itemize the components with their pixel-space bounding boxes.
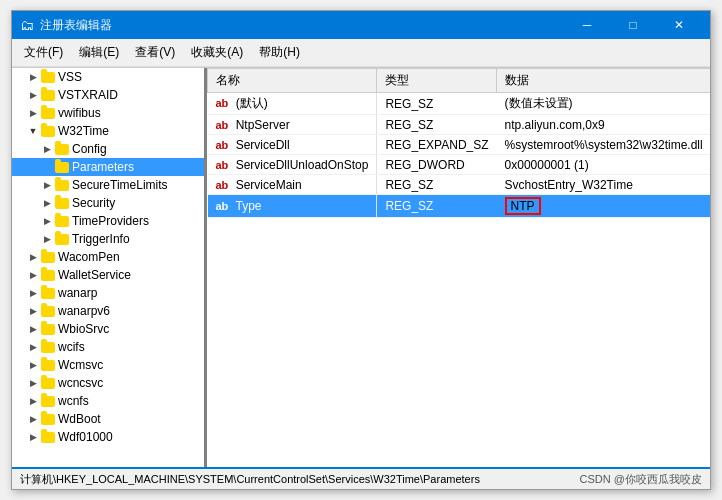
tree-arrow: ▶ [26, 414, 40, 424]
tree-arrow: ▶ [26, 324, 40, 334]
table-row[interactable]: ab (默认) REG_SZ (数值未设置) [208, 93, 711, 115]
col-type: 类型 [377, 69, 497, 93]
tree-label: Wdf01000 [58, 430, 113, 444]
tree-item-vss[interactable]: ▶ VSS [12, 68, 204, 86]
menu-bar: 文件(F) 编辑(E) 查看(V) 收藏夹(A) 帮助(H) [12, 39, 710, 67]
title-controls: ─ □ ✕ [564, 11, 702, 39]
tree-item-timeproviders[interactable]: ▶ TimeProviders [12, 212, 204, 230]
cell-name: ab (默认) [208, 93, 377, 115]
folder-icon [40, 357, 56, 373]
cell-type: REG_SZ [377, 195, 497, 218]
tree-label: W32Time [58, 124, 109, 138]
tree-label: wanarpv6 [58, 304, 110, 318]
folder-icon [40, 321, 56, 337]
tree-item-security[interactable]: ▶ Security [12, 194, 204, 212]
tree-item-vwifibus[interactable]: ▶ vwifibus [12, 104, 204, 122]
tree-arrow: ▶ [26, 72, 40, 82]
tree-item-vstxraid[interactable]: ▶ VSTXRAID [12, 86, 204, 104]
table-row-selected[interactable]: ab Type REG_SZ NTP [208, 195, 711, 218]
ab-icon: ab [216, 139, 229, 151]
tree-item-w32time[interactable]: ▼ W32Time [12, 122, 204, 140]
folder-icon [40, 87, 56, 103]
ab-icon: ab [216, 97, 229, 109]
folder-icon [40, 267, 56, 283]
tree-arrow: ▶ [40, 234, 54, 244]
folder-icon [40, 123, 56, 139]
tree-item-walletservice[interactable]: ▶ WalletService [12, 266, 204, 284]
tree-item-wcifs[interactable]: ▶ wcifs [12, 338, 204, 356]
cell-data: ntp.aliyun.com,0x9 [497, 115, 710, 135]
menu-file[interactable]: 文件(F) [16, 41, 71, 64]
menu-favorites[interactable]: 收藏夹(A) [183, 41, 251, 64]
tree-item-wanarp[interactable]: ▶ wanarp [12, 284, 204, 302]
menu-help[interactable]: 帮助(H) [251, 41, 308, 64]
tree-label: WbioSrvc [58, 322, 109, 336]
tree-label: wcifs [58, 340, 85, 354]
tree-item-wcncsvc[interactable]: ▶ wcncsvc [12, 374, 204, 392]
tree-arrow: ▶ [40, 198, 54, 208]
status-bar: 计算机\HKEY_LOCAL_MACHINE\SYSTEM\CurrentCon… [12, 467, 710, 489]
tree-label: VSS [58, 70, 82, 84]
table-row[interactable]: ab ServiceMain REG_SZ SvchostEntry_W32Ti… [208, 175, 711, 195]
tree-arrow: ▶ [26, 288, 40, 298]
tree-label: Parameters [72, 160, 134, 174]
tree-label: WacomPen [58, 250, 120, 264]
table-row[interactable]: ab ServiceDllUnloadOnStop REG_DWORD 0x00… [208, 155, 711, 175]
tree-label: wcnfs [58, 394, 89, 408]
right-panel: 名称 类型 数据 ab (默认) REG_SZ (数值未设置) [207, 68, 710, 467]
maximize-button[interactable]: □ [610, 11, 656, 39]
status-brand: CSDN @你咬西瓜我咬皮 [580, 472, 702, 487]
cell-name: ab ServiceDll [208, 135, 377, 155]
minimize-button[interactable]: ─ [564, 11, 610, 39]
tree-label: wanarp [58, 286, 97, 300]
folder-icon [54, 141, 70, 157]
cell-type: REG_SZ [377, 115, 497, 135]
cell-data: %systemroot%\system32\w32time.dll [497, 135, 710, 155]
tree-item-wbiosrvc[interactable]: ▶ WbioSrvc [12, 320, 204, 338]
cell-type: REG_EXPAND_SZ [377, 135, 497, 155]
tree-item-securetimelimits[interactable]: ▶ SecureTimeLimits [12, 176, 204, 194]
tree-arrow: ▶ [26, 306, 40, 316]
col-name: 名称 [208, 69, 377, 93]
tree-item-wanarpv6[interactable]: ▶ wanarpv6 [12, 302, 204, 320]
tree-item-config[interactable]: ▶ Config [12, 140, 204, 158]
status-path: 计算机\HKEY_LOCAL_MACHINE\SYSTEM\CurrentCon… [20, 472, 480, 487]
app-icon: 🗂 [20, 17, 34, 33]
registry-data-table: 名称 类型 数据 ab (默认) REG_SZ (数值未设置) [207, 68, 710, 218]
title-bar-left: 🗂 注册表编辑器 [20, 17, 112, 34]
ab-icon: ab [216, 159, 229, 171]
cell-data: 0x00000001 (1) [497, 155, 710, 175]
tree-item-triggerinfo[interactable]: ▶ TriggerInfo [12, 230, 204, 248]
tree-label: TriggerInfo [72, 232, 130, 246]
menu-edit[interactable]: 编辑(E) [71, 41, 127, 64]
tree-item-wdboot[interactable]: ▶ WdBoot [12, 410, 204, 428]
tree-item-wacompen[interactable]: ▶ WacomPen [12, 248, 204, 266]
folder-icon [40, 393, 56, 409]
ab-icon: ab [216, 119, 229, 131]
registry-table[interactable]: 名称 类型 数据 ab (默认) REG_SZ (数值未设置) [207, 68, 710, 467]
tree-arrow: ▶ [26, 90, 40, 100]
tree-arrow-expanded: ▼ [26, 126, 40, 136]
folder-icon [40, 105, 56, 121]
tree-panel[interactable]: ▶ VSS ▶ VSTXRAID ▶ vwifibus ▼ W32Time [12, 68, 207, 467]
cell-type: REG_DWORD [377, 155, 497, 175]
folder-icon [40, 285, 56, 301]
menu-view[interactable]: 查看(V) [127, 41, 183, 64]
close-button[interactable]: ✕ [656, 11, 702, 39]
tree-arrow: ▶ [26, 378, 40, 388]
cell-name: ab ServiceDllUnloadOnStop [208, 155, 377, 175]
tree-label: VSTXRAID [58, 88, 118, 102]
tree-label: Config [72, 142, 107, 156]
folder-icon [54, 213, 70, 229]
tree-arrow: ▶ [26, 252, 40, 262]
table-row[interactable]: ab ServiceDll REG_EXPAND_SZ %systemroot%… [208, 135, 711, 155]
table-row[interactable]: ab NtpServer REG_SZ ntp.aliyun.com,0x9 [208, 115, 711, 135]
tree-item-wcmsvc[interactable]: ▶ Wcmsvc [12, 356, 204, 374]
tree-item-wcnfs[interactable]: ▶ wcnfs [12, 392, 204, 410]
tree-item-wdf01000[interactable]: ▶ Wdf01000 [12, 428, 204, 446]
ab-icon: ab [216, 179, 229, 191]
tree-arrow: ▶ [26, 270, 40, 280]
tree-label: vwifibus [58, 106, 101, 120]
tree-item-parameters[interactable]: Parameters [12, 158, 204, 176]
tree-label: Security [72, 196, 115, 210]
